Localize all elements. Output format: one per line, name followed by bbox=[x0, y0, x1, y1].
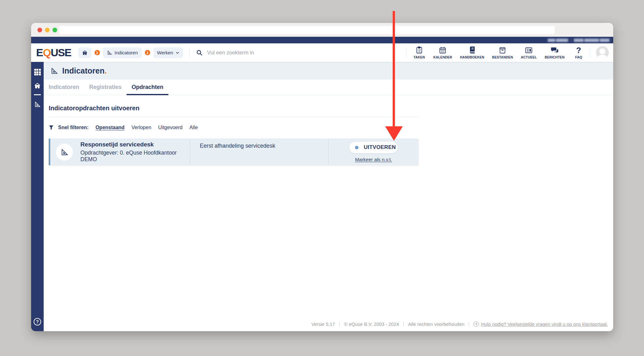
avatar-person-icon bbox=[599, 48, 605, 54]
nav-label: BERICHTEN bbox=[545, 55, 565, 59]
nav-label: TAKEN bbox=[413, 55, 425, 59]
sidebar-apps-grid[interactable] bbox=[34, 69, 41, 75]
newspaper-icon bbox=[525, 47, 532, 54]
task-icon-circle bbox=[56, 144, 73, 161]
close-window-button[interactable] bbox=[37, 28, 42, 32]
nav-label: BESTANDEN bbox=[492, 55, 513, 59]
tab-registraties[interactable]: Registraties bbox=[84, 79, 127, 95]
nav-berichten[interactable]: BERICHTEN bbox=[545, 47, 565, 59]
set-square-icon bbox=[60, 148, 68, 156]
caret-down-icon bbox=[176, 51, 179, 55]
filter-label: Snel filteren: bbox=[58, 125, 89, 130]
breadcrumb: ❯ Indicatoren ❯ Werken bbox=[78, 47, 183, 58]
equse-logo[interactable]: EQUSE bbox=[36, 47, 71, 59]
uitvoeren-button-label: UITVOEREN bbox=[364, 144, 396, 151]
section-heading: Indicatoropdrachten uitvoeren bbox=[49, 105, 613, 112]
redacted-org-text: ▇▇▇▇ ▇▇▇▇▇▇ ▇▇▇▇ bbox=[574, 39, 609, 42]
app-header: EQUSE ❯ Indicatoren ❯ Werken bbox=[31, 43, 613, 62]
search-input[interactable] bbox=[207, 50, 400, 56]
nav-label: KALENDER bbox=[433, 55, 452, 59]
breadcrumb-chevron-icon: ❯ bbox=[95, 50, 100, 55]
address-bar[interactable] bbox=[59, 26, 555, 34]
header-divider bbox=[189, 48, 190, 58]
header-nav: TAKEN KALENDER HANDBOEKEN BESTANDEN bbox=[413, 47, 585, 59]
breadcrumb-label: Indicatoren bbox=[115, 50, 138, 55]
minimize-window-button[interactable] bbox=[45, 28, 50, 32]
breadcrumb-chevron-icon: ❯ bbox=[145, 50, 150, 55]
browser-titlebar bbox=[31, 23, 613, 37]
tab-opdrachten[interactable]: Opdrachten bbox=[127, 79, 168, 95]
nav-actueel[interactable]: ACTUEEL bbox=[521, 47, 537, 59]
home-icon bbox=[34, 82, 41, 89]
task-title: Responsetijd servicedesk bbox=[80, 141, 190, 148]
sidebar-active-indicator bbox=[34, 94, 41, 95]
annotation-arrow-head bbox=[385, 126, 403, 141]
page-title: Indicatoren. bbox=[62, 66, 107, 75]
sidebar: ? bbox=[31, 62, 44, 331]
browser-window: ▇▇▇ ▇▇▇▇▇ | ▇▇▇▇ ▇▇▇▇▇▇ ▇▇▇▇ EQUSE ❯ Ind… bbox=[31, 23, 613, 331]
header-divider bbox=[590, 48, 590, 58]
header-divider bbox=[406, 48, 407, 58]
set-square-icon bbox=[50, 67, 58, 75]
home-icon bbox=[82, 50, 88, 56]
help-icon[interactable]: ? bbox=[34, 318, 41, 326]
topbar-separator: | bbox=[570, 38, 571, 42]
page-title-strip: Indicatoren. bbox=[44, 62, 613, 79]
question-mark-icon: ? bbox=[576, 47, 581, 54]
annotation-arrow-line bbox=[393, 11, 395, 127]
nav-label: HANDBOEKEN bbox=[460, 55, 484, 59]
task-description: Eerst afhandeling servicedesk bbox=[190, 139, 329, 165]
filter-verlopen[interactable]: Verlopen bbox=[131, 125, 151, 130]
task-card: Responsetijd servicedesk Opdrachtgever: … bbox=[49, 139, 418, 165]
tabs: Indicatoren Registraties Opdrachten bbox=[44, 79, 613, 95]
page-content: Indicatoren. Indicatoren Registraties Op… bbox=[44, 62, 613, 331]
calendar-icon bbox=[439, 47, 446, 54]
nav-kalender[interactable]: KALENDER bbox=[433, 47, 452, 59]
nav-handboeken[interactable]: HANDBOEKEN bbox=[460, 47, 484, 59]
footer-rights: Alle rechten voorbehouden bbox=[408, 321, 464, 327]
filter-openstaand[interactable]: Openstaand bbox=[96, 125, 124, 130]
chat-bubbles-icon bbox=[551, 47, 559, 54]
user-avatar[interactable] bbox=[596, 46, 609, 59]
nav-bestanden[interactable]: BESTANDEN bbox=[492, 47, 513, 59]
book-icon bbox=[469, 47, 475, 54]
task-client: Opdrachtgever: 0. eQuse Hoofdkantoor DEM… bbox=[80, 150, 190, 163]
breadcrumb-indicatoren[interactable]: Indicatoren bbox=[103, 47, 142, 58]
search-icon bbox=[196, 49, 203, 56]
sidebar-home[interactable] bbox=[34, 82, 41, 89]
filter-uitgevoerd[interactable]: Uitgevoerd bbox=[158, 125, 183, 130]
footer-copyright: © eQuse B.V. 2003 - 2024 bbox=[344, 321, 399, 327]
search-bar bbox=[196, 49, 400, 56]
clipboard-icon bbox=[416, 47, 423, 54]
redacted-user-text: ▇▇▇ ▇▇▇▇▇ bbox=[548, 39, 568, 42]
funnel-icon bbox=[49, 125, 54, 130]
help-circle-icon: ? bbox=[473, 321, 479, 327]
breadcrumb-werken-dropdown[interactable]: Werken bbox=[153, 47, 183, 58]
set-square-icon bbox=[34, 101, 41, 108]
nav-label: FAQ bbox=[575, 55, 582, 59]
grid-icon bbox=[34, 69, 41, 75]
breadcrumb-home[interactable] bbox=[78, 47, 91, 58]
breadcrumb-label: Werken bbox=[157, 50, 173, 55]
uitvoeren-button[interactable]: UITVOEREN bbox=[349, 142, 398, 153]
nav-label: ACTUEEL bbox=[521, 55, 537, 59]
nav-faq[interactable]: ? FAQ bbox=[572, 47, 585, 59]
section-divider bbox=[49, 117, 418, 117]
status-dot-icon bbox=[355, 146, 358, 149]
page-body: Indicatoropdrachten uitvoeren Snel filte… bbox=[44, 95, 613, 331]
footer: Versie 5.17 © eQuse B.V. 2003 - 2024 All… bbox=[311, 321, 608, 327]
zoom-window-button[interactable] bbox=[52, 28, 57, 32]
filter-alle[interactable]: Alle bbox=[189, 125, 198, 130]
footer-version: Versie 5.17 bbox=[311, 321, 335, 327]
footer-help-link[interactable]: Hulp nodig? Veelgestelde vragen vindt u … bbox=[481, 321, 608, 327]
set-square-icon bbox=[107, 50, 112, 55]
archive-box-icon bbox=[499, 47, 506, 54]
markeer-nvt-link[interactable]: Markeer als n.v.t. bbox=[355, 157, 392, 162]
tab-indicatoren[interactable]: Indicatoren bbox=[44, 79, 84, 95]
sidebar-indicatoren[interactable] bbox=[34, 101, 41, 108]
nav-taken[interactable]: TAKEN bbox=[413, 47, 425, 59]
quick-filter: Snel filteren: Openstaand Verlopen Uitge… bbox=[49, 125, 613, 130]
app-topbar: ▇▇▇ ▇▇▇▇▇ | ▇▇▇▇ ▇▇▇▇▇▇ ▇▇▇▇ bbox=[31, 37, 613, 43]
